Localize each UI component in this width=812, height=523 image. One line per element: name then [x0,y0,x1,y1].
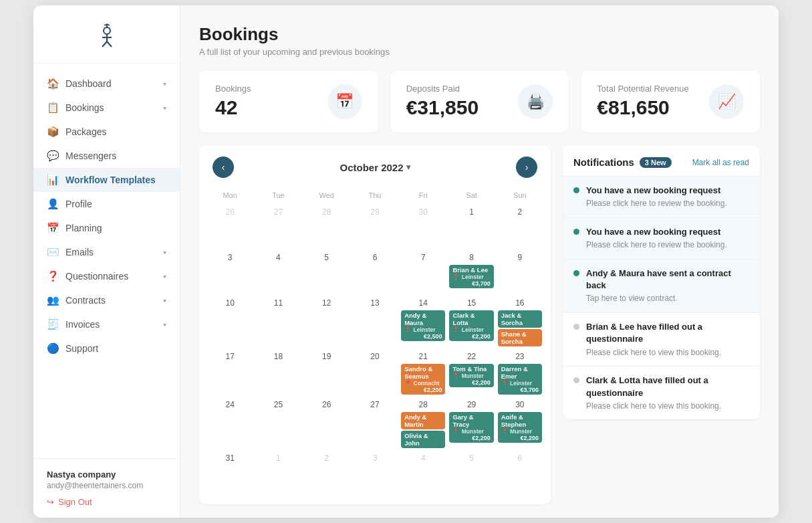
event-name: Olivia & John [404,432,442,447]
sidebar-item-questionnaires[interactable]: ❓ Questionnaires ▾ [33,264,180,288]
nav-icon-workflow-templates: 📊 [47,174,59,186]
logo-icon [93,21,121,49]
nav-label-profile: Profile [65,199,92,209]
notif-content-2: Andy & Maura have sent a contract back T… [586,268,749,304]
cal-next-button[interactable]: › [516,156,537,178]
stat-info-2: Total Potential Revenue €81,650 [597,84,688,119]
cal-cell-4-4: 28Andy & MartinOlivia & John [399,397,447,451]
nav-label-contracts: Contracts [65,295,106,306]
cal-event-3-6-0[interactable]: Darren & Emer📍 Leinster€3,700 [498,364,542,395]
calendar-grid: MonTueWedThuFriSatSun262728293012345678B… [199,189,551,496]
notification-item-0[interactable]: You have a new booking request Please cl… [563,176,760,217]
cal-event-4-6-0[interactable]: Aoife & Stephen📍 Munster€2,200 [498,412,542,443]
sidebar-item-emails[interactable]: ✉️ Emails ▾ [33,240,180,264]
cal-event-2-4-0[interactable]: Andy & Maura📍 Leinster€2,500 [401,310,445,341]
sidebar-item-planning[interactable]: 📅 Planning [33,216,180,240]
cal-cell-4-0: 24 [206,397,254,451]
cal-day-name: Tue [254,189,302,205]
cal-date-num: 4 [256,253,300,262]
cal-cell-3-4: 21Sandro & Seamus📍 Connacht€2,200 [399,349,447,397]
nav-label-planning: Planning [65,223,102,233]
nav-chevron-dashboard: ▾ [163,80,166,88]
cal-cell-2-6: 16Jack & SorchaShane & Sorcha [496,296,544,349]
cal-date-num: 7 [401,253,445,262]
calendar-header: ‹ October 2022 ▾ › [199,146,551,189]
sidebar-item-dashboard[interactable]: 🏠 Dashboard ▾ [33,72,180,96]
cal-cell-5-5: 5 [447,451,495,496]
sidebar-item-messengers[interactable]: 💬 Messengers [33,144,180,168]
cal-event-2-6-1[interactable]: Shane & Sorcha [498,329,542,346]
cal-day-name: Sat [447,189,495,205]
event-name: Aoife & Stephen [501,413,539,428]
cal-event-2-5-0[interactable]: Clark & Lotta📍 Leinster€2,200 [449,310,493,341]
cal-date-num: 21 [401,352,445,361]
nav-item-left: 📋 Bookings [47,102,104,114]
event-loc: 📍 Leinster [452,326,490,333]
cal-date-num: 28 [401,400,445,409]
notif-main-2: Andy & Maura have sent a contract back [586,268,749,292]
cal-event-3-4-0[interactable]: Sandro & Seamus📍 Connacht€2,200 [401,364,445,395]
notif-content-1: You have a new booking request Please cl… [586,226,749,251]
cal-cell-4-3: 27 [351,397,399,451]
cal-prev-button[interactable]: ‹ [213,156,234,178]
nav-item-left: ❓ Questionnaires [47,270,128,282]
event-price: €2,200 [452,333,490,340]
cal-day-name: Mon [206,189,254,205]
nav-chevron-contracts: ▾ [163,297,166,304]
notification-item-4[interactable]: Clark & Lotta have filled out a question… [563,366,760,419]
cal-date-num: 14 [401,298,445,308]
sidebar-item-support[interactable]: 🔵 Support [33,336,180,360]
signout-button[interactable]: ↪ Sign Out [47,497,166,507]
cal-event-2-6-0[interactable]: Jack & Sorcha [498,310,542,328]
sidebar-item-bookings[interactable]: 📋 Bookings ▾ [33,96,180,120]
sidebar-item-contracts[interactable]: 👥 Contracts ▾ [33,288,180,312]
mark-all-read-button[interactable]: Mark all as read [692,158,749,167]
stat-label-0: Bookings [215,84,251,94]
cal-event-4-4-1[interactable]: Olivia & John [401,431,445,448]
notifications-title: Notifications [573,156,634,168]
sidebar-nav: 🏠 Dashboard ▾ 📋 Bookings ▾ 📦 Packages 💬 … [33,64,180,458]
notif-content-0: You have a new booking request Please cl… [586,185,749,209]
event-price: €2,200 [501,435,539,441]
notification-item-2[interactable]: Andy & Maura have sent a contract back T… [563,259,760,312]
sidebar-item-invoices[interactable]: 🧾 Invoices ▾ [33,312,180,336]
signout-icon: ↪ [47,497,54,507]
event-name: Andy & Martin [404,413,442,428]
cal-date-num: 22 [449,352,493,361]
cal-event-1-5-0[interactable]: Brian & Lee📍 Leinster€3,700 [449,265,493,288]
svg-point-0 [104,27,110,34]
cal-date-num: 29 [353,207,397,217]
cal-cell-4-5: 29Gary & Tracy📍 Munster€2,200 [447,397,495,451]
stat-value-1: €31,850 [406,96,479,119]
cal-cell-3-2: 19 [303,349,351,397]
stat-label-1: Deposits Paid [406,84,479,94]
cal-cell-5-2: 2 [303,451,351,496]
notification-item-1[interactable]: You have a new booking request Please cl… [563,217,760,259]
sidebar-item-packages[interactable]: 📦 Packages [33,120,180,144]
cal-date-num: 28 [305,207,349,217]
notification-item-3[interactable]: Brian & Lee have filled out a questionna… [563,312,760,366]
cal-cell-2-5: 15Clark & Lotta📍 Leinster€2,200 [447,296,495,349]
event-name: Darren & Emer [501,365,539,380]
sidebar-item-profile[interactable]: 👤 Profile [33,192,180,216]
cal-month-text: October 2022 [340,162,403,173]
cal-cell-0-3: 29 [351,205,399,250]
cal-cell-2-1: 11 [254,296,302,349]
company-name: Nastya company [47,469,166,480]
notif-content-3: Brian & Lee have filled out a questionna… [586,321,749,358]
event-name: Jack & Sorcha [501,312,539,326]
event-name: Tom & Tina [452,365,490,373]
cal-event-4-4-0[interactable]: Andy & Martin [401,412,445,429]
cal-event-4-5-0[interactable]: Gary & Tracy📍 Munster€2,200 [449,412,493,443]
sidebar-item-workflow-templates[interactable]: 📊 Workflow Templates [33,168,180,192]
event-price: €2,500 [404,333,442,340]
cal-date-num: 18 [256,352,300,361]
cal-event-3-5-0[interactable]: Tom & Tina📍 Munster€2,200 [449,364,493,387]
cal-cell-0-2: 28 [303,205,351,250]
event-name: Andy & Maura [404,312,442,326]
cal-week-3: 1718192021Sandro & Seamus📍 Connacht€2,20… [199,349,551,397]
cal-cell-0-1: 27 [254,205,302,250]
nav-chevron-questionnaires: ▾ [163,273,166,280]
cal-date-num: 30 [401,207,445,217]
notif-dot-4 [573,377,579,383]
